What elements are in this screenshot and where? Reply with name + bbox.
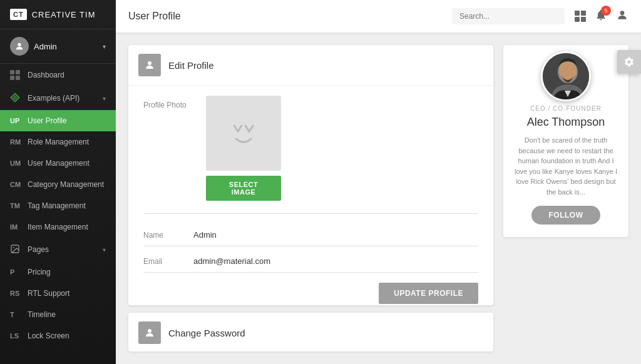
svg-point-5: [620, 11, 625, 15]
name-input[interactable]: [193, 230, 478, 240]
change-password-header: Change Password: [128, 313, 493, 351]
nav-prefix: TM: [10, 202, 28, 210]
user-icon[interactable]: [616, 9, 628, 24]
sidebar-item-tag-management[interactable]: TM Tag Management: [0, 195, 116, 216]
sidebar-nav: Dashboard Examples (API) ▾ UP User Profi…: [0, 64, 116, 364]
edit-profile-title: Edit Profile: [168, 60, 214, 71]
image-icon: [10, 244, 20, 254]
sidebar-item-item-management[interactable]: IM Item Management: [0, 216, 116, 238]
sidebar-item-dashboard[interactable]: Dashboard: [0, 64, 116, 86]
profile-photo-row: Profile Photo SELECT IMAGE: [143, 96, 478, 201]
sidebar-item-label: Category Management: [28, 180, 106, 189]
nav-prefix: T: [10, 311, 28, 318]
profile-photo-label: Profile Photo: [143, 96, 193, 109]
update-profile-button[interactable]: UPDATE PROFILE: [379, 283, 478, 304]
edit-profile-body: Profile Photo SELECT IMAGE: [128, 86, 493, 305]
header: User Profile 5: [116, 0, 641, 33]
chevron-down-icon: ▾: [103, 43, 106, 50]
logo-text: CREATIVE TIM: [32, 10, 96, 19]
profile-avatar: [541, 51, 591, 101]
email-field: Email: [143, 250, 478, 273]
sidebar-item-label: Examples (API): [28, 94, 103, 103]
sidebar-item-label: Role Management: [28, 138, 106, 146]
sidebar-item-label: Timeline: [28, 310, 106, 319]
change-password-title: Change Password: [168, 328, 245, 338]
user-name: Admin: [34, 42, 103, 51]
name-field: Name: [143, 224, 478, 246]
sidebar-item-user-profile[interactable]: UP User Profile: [0, 110, 116, 131]
content-area: Edit Profile Profile Photo: [116, 33, 641, 364]
diamond-icon: [10, 93, 20, 103]
left-column: Edit Profile Profile Photo: [128, 45, 493, 351]
change-password-card: Change Password: [128, 313, 493, 351]
avatar-image: [543, 53, 591, 101]
profile-card-icon: [138, 54, 161, 76]
grid-icon: [10, 70, 20, 80]
sidebar-item-label: User Profile: [28, 116, 106, 125]
smiley-icon: [225, 114, 262, 152]
sidebar-item-label: RTL Support: [28, 289, 106, 298]
name-label: Name: [143, 231, 193, 240]
logo-badge: CT: [10, 9, 27, 20]
apps-icon[interactable]: [575, 11, 586, 22]
sidebar-item-user-management[interactable]: UM User Management: [0, 153, 116, 174]
sidebar-item-label: Tag Management: [28, 201, 106, 210]
nav-prefix: UM: [10, 159, 28, 167]
edit-profile-card: Edit Profile Profile Photo: [128, 45, 493, 305]
update-btn-row: UPDATE PROFILE: [143, 283, 478, 304]
svg-point-0: [18, 43, 21, 46]
nav-prefix: RM: [10, 138, 28, 146]
sidebar-user[interactable]: Admin ▾: [0, 29, 116, 64]
password-card-icon: [138, 321, 161, 344]
nav-prefix: RS: [10, 290, 28, 297]
photo-area: SELECT IMAGE: [206, 96, 281, 201]
settings-fab[interactable]: [617, 50, 641, 74]
photo-placeholder: [206, 96, 281, 171]
sidebar-logo: CT CREATIVE TIM: [0, 0, 116, 29]
main-content: User Profile 5: [116, 0, 641, 364]
sidebar-item-role-management[interactable]: RM Role Management: [0, 131, 116, 153]
sidebar-item-label: Pages: [28, 245, 103, 254]
sidebar-item-rtl-support[interactable]: RS RTL Support: [0, 283, 116, 304]
right-column: CEO / CO-FOUNDER Alec Thompson Don't be …: [503, 45, 628, 351]
page-title: User Profile: [128, 11, 452, 22]
sidebar-item-examples[interactable]: Examples (API) ▾: [0, 86, 116, 110]
avatar: [10, 37, 29, 56]
search-input[interactable]: [452, 8, 565, 24]
profile-widget: CEO / CO-FOUNDER Alec Thompson Don't be …: [503, 45, 628, 237]
sidebar-item-pages[interactable]: Pages ▾: [0, 238, 116, 261]
sidebar-item-label: Item Management: [28, 223, 106, 231]
svg-point-4: [13, 247, 14, 248]
sidebar-item-category-management[interactable]: CM Category Management: [0, 174, 116, 195]
nav-prefix: LS: [10, 332, 28, 340]
nav-prefix: P: [10, 268, 28, 276]
profile-name: Alec Thompson: [503, 116, 628, 129]
sidebar-item-lock-screen[interactable]: LS Lock Screen: [0, 325, 116, 346]
nav-prefix: IM: [10, 223, 28, 231]
header-icons: 5: [575, 9, 628, 24]
gear-icon: [623, 56, 635, 68]
sidebar-item-timeline[interactable]: T Timeline: [0, 304, 116, 325]
svg-point-11: [559, 61, 577, 81]
sidebar-item-label: Lock Screen: [28, 331, 106, 340]
notification-badge: 5: [601, 6, 611, 16]
notification-icon[interactable]: 5: [595, 9, 607, 24]
sidebar-item-label: Pricing: [28, 268, 106, 276]
sidebar-item-pricing[interactable]: P Pricing: [0, 261, 116, 283]
sidebar: CT CREATIVE TIM Admin ▾ Dashboard: [0, 0, 116, 364]
svg-point-6: [148, 61, 151, 65]
chevron-icon: ▾: [103, 246, 106, 253]
profile-role: CEO / CO-FOUNDER: [503, 105, 628, 112]
select-image-button[interactable]: SELECT IMAGE: [206, 176, 281, 201]
email-input[interactable]: [193, 256, 478, 266]
chevron-icon: ▾: [103, 95, 106, 102]
nav-prefix: CM: [10, 181, 28, 188]
card-header: Edit Profile: [128, 45, 493, 86]
follow-button[interactable]: FOLLOW: [531, 206, 601, 225]
svg-point-7: [148, 329, 151, 333]
profile-bio: Don't be scared of the truth because we …: [503, 135, 628, 197]
nav-prefix: UP: [10, 117, 28, 124]
email-label: Email: [143, 257, 193, 266]
sidebar-item-label: Dashboard: [28, 71, 106, 79]
sidebar-item-label: User Management: [28, 159, 106, 168]
